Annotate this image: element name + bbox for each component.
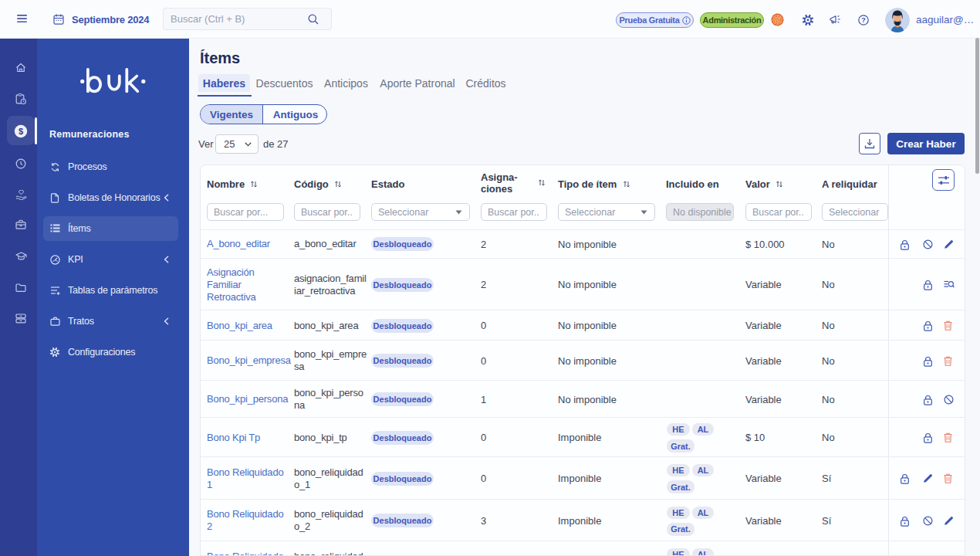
svg-text:?: ? xyxy=(861,16,866,24)
svg-text:$: $ xyxy=(19,127,23,136)
